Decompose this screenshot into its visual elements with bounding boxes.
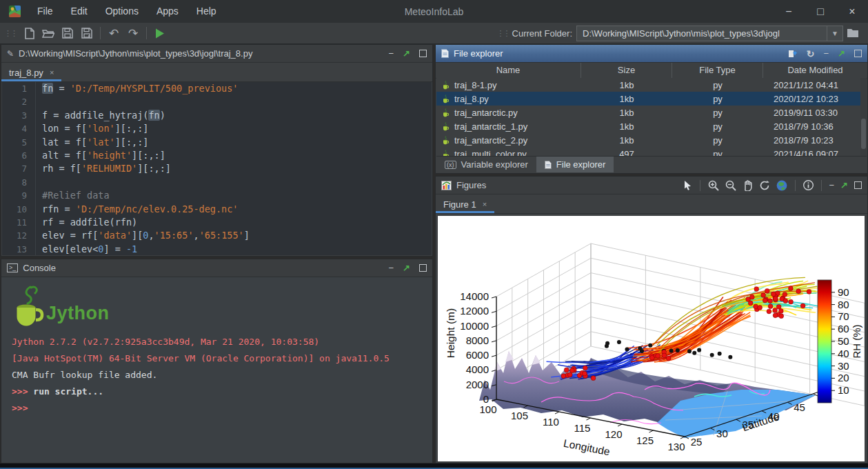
code-line[interactable]: 10rfn = 'D:/Temp/nc/elev.0.25-deg.nc' bbox=[2, 203, 432, 216]
tab-label: Variable explorer bbox=[461, 159, 528, 170]
run-script-button[interactable] bbox=[150, 24, 170, 42]
line-number: 10 bbox=[2, 203, 36, 216]
taskbar-edge bbox=[0, 463, 868, 469]
column-header-filetype[interactable]: File Type bbox=[672, 63, 763, 78]
svg-text:45: 45 bbox=[794, 401, 805, 413]
figure-canvas[interactable]: 0200040006000800010000120001400010010511… bbox=[438, 216, 865, 461]
editor-tab-traj8[interactable]: traj_8.py × bbox=[1, 63, 61, 81]
tab-file-explorer[interactable]: File explorer bbox=[536, 157, 614, 172]
file-row[interactable]: traj_antarctic_1.py1kbpy2018/7/9 10:36 bbox=[436, 119, 867, 133]
console-minimize-icon[interactable]: − bbox=[389, 263, 394, 272]
tab-variable-explorer[interactable]: (x) Variable explorer bbox=[436, 157, 536, 172]
file-table-scrollbar[interactable] bbox=[860, 78, 867, 157]
figure-1-tab[interactable]: Figure 1 × bbox=[436, 195, 494, 213]
pan-hand-icon[interactable] bbox=[743, 180, 753, 191]
window-minimize-button[interactable]: − bbox=[773, 0, 805, 23]
file-explorer-restore-icon[interactable]: ↗ bbox=[838, 49, 845, 58]
code-line[interactable]: 13elev[elev<0] = -1 bbox=[2, 243, 432, 255]
save-as-button[interactable] bbox=[77, 24, 97, 42]
scrollbar-thumb[interactable] bbox=[861, 119, 866, 149]
python-file-icon bbox=[441, 81, 450, 90]
export-script-icon[interactable] bbox=[788, 49, 798, 59]
browse-folder-button[interactable] bbox=[843, 24, 862, 42]
window-maximize-button[interactable]: □ bbox=[805, 0, 836, 23]
console-restore-icon[interactable]: ↗ bbox=[403, 263, 410, 272]
line-number: 8 bbox=[2, 176, 36, 189]
column-header-size[interactable]: Size bbox=[581, 63, 672, 78]
jython-cup-icon bbox=[12, 286, 45, 328]
figures-maximize-icon[interactable] bbox=[854, 181, 862, 189]
code-line[interactable]: 1fn = 'D:/Temp/HYSPLIT/500_previous' bbox=[2, 82, 432, 95]
zoom-in-icon[interactable] bbox=[708, 180, 719, 191]
file-row[interactable]: traj_antarctic_2.py1kbpy2018/7/9 10:23 bbox=[436, 133, 867, 147]
current-folder-combobox[interactable]: D:\Working\MIScript\Jython\mis\plot_type… bbox=[576, 26, 843, 41]
menu-apps[interactable]: Apps bbox=[148, 0, 188, 23]
code-line[interactable]: 12elev = rf['data'][0,'15:65','65:155'] bbox=[2, 229, 432, 242]
column-header-datemodified[interactable]: Date Modified bbox=[763, 63, 867, 78]
line-number: 5 bbox=[2, 136, 36, 149]
editor-panel-header: ✎ D:\Working\MIScript\Jython\mis\plot_ty… bbox=[1, 45, 432, 63]
redo-button[interactable]: ↷ bbox=[123, 24, 143, 42]
file-row[interactable]: traj_8-1.py1kbpy2021/1/12 04:41 bbox=[436, 78, 867, 92]
undo-button[interactable]: ↶ bbox=[104, 24, 123, 42]
code-line[interactable]: 2 bbox=[2, 95, 432, 108]
figures-minimize-icon[interactable]: − bbox=[829, 181, 835, 190]
code-line[interactable]: 8 bbox=[2, 176, 432, 189]
editor-panel: ✎ D:\Working\MIScript\Jython\mis\plot_ty… bbox=[1, 44, 433, 257]
code-line[interactable]: 6alt = f['height'][:,:] bbox=[2, 149, 432, 162]
tab-close-icon[interactable]: × bbox=[50, 68, 54, 77]
python-file-icon bbox=[441, 122, 450, 131]
open-file-button[interactable] bbox=[39, 24, 58, 42]
folder-toolbar-drag-handle[interactable]: ⋮⋮ bbox=[497, 30, 509, 37]
menu-edit[interactable]: Edit bbox=[62, 0, 97, 23]
code-line[interactable]: 11rf = addfile(rfn) bbox=[2, 216, 432, 229]
svg-text:6000: 6000 bbox=[466, 349, 489, 361]
main-toolbar: ⋮⋮ ↶ ↷ ⋮⋮ Current Folder: D:\Working\MIS… bbox=[0, 23, 868, 44]
console-output[interactable]: Jython Jython 2.7.2 (v2.7.2:925a3cc3b49d… bbox=[2, 277, 432, 462]
editor-tab-bar: traj_8.py × bbox=[1, 63, 432, 82]
file-row[interactable]: traj_multi_color.py497py2021/4/16 09:07 bbox=[436, 147, 867, 157]
toolbar-drag-handle[interactable]: ⋮⋮ bbox=[4, 30, 17, 37]
code-editor[interactable]: 1fn = 'D:/Temp/HYSPLIT/500_previous'23f … bbox=[2, 82, 432, 255]
editor-maximize-icon[interactable] bbox=[419, 50, 427, 57]
code-line[interactable]: 9#Relief data bbox=[2, 189, 432, 202]
code-line[interactable]: 7rh = f['RELHUMID'][:,:] bbox=[2, 162, 432, 175]
panel-splitter[interactable] bbox=[433, 44, 435, 463]
info-icon[interactable] bbox=[803, 180, 814, 190]
svg-text:105: 105 bbox=[511, 410, 528, 421]
file-row[interactable]: traj_antarctic.py1kbpy2019/9/11 03:30 bbox=[436, 106, 867, 119]
refresh-icon[interactable]: ↻ bbox=[807, 48, 815, 59]
menu-options[interactable]: Options bbox=[97, 0, 148, 23]
python-file-icon bbox=[441, 94, 450, 103]
svg-text:4000: 4000 bbox=[466, 363, 489, 375]
svg-text:12000: 12000 bbox=[460, 305, 489, 317]
menu-file[interactable]: File bbox=[28, 0, 62, 23]
current-folder-path[interactable]: D:\Working\MIScript\Jython\mis\plot_type… bbox=[577, 28, 827, 39]
editor-minimize-icon[interactable]: − bbox=[389, 49, 394, 58]
file-explorer-minimize-icon[interactable]: − bbox=[824, 49, 829, 58]
svg-text:10000: 10000 bbox=[460, 320, 489, 332]
menu-help[interactable]: Help bbox=[188, 0, 225, 23]
code-line[interactable]: 5lat = f['lat'][:,:] bbox=[2, 136, 432, 149]
figures-restore-icon[interactable]: ↗ bbox=[840, 181, 848, 190]
tab-close-icon[interactable]: × bbox=[483, 200, 487, 208]
code-line[interactable]: 3f = addfile_hytraj(fn) bbox=[2, 109, 432, 122]
save-button[interactable] bbox=[58, 24, 77, 42]
globe-icon[interactable] bbox=[776, 180, 787, 191]
line-number: 6 bbox=[2, 149, 36, 162]
console-maximize-icon[interactable] bbox=[419, 264, 427, 272]
zoom-out-icon[interactable] bbox=[725, 180, 736, 191]
rotate-icon[interactable] bbox=[759, 180, 770, 191]
editor-restore-icon[interactable]: ↗ bbox=[403, 49, 410, 58]
file-row[interactable]: traj_8.py1kbpy2020/12/2 10:23 bbox=[436, 92, 867, 106]
chevron-down-icon[interactable]: ▼ bbox=[827, 26, 842, 41]
pointer-icon[interactable] bbox=[683, 180, 692, 190]
column-header-name[interactable]: Name bbox=[436, 63, 581, 78]
file-explorer-panel: File explorer ↻ − ↗ Name Size File Type … bbox=[435, 44, 868, 174]
window-close-button[interactable]: × bbox=[836, 0, 868, 23]
svg-text:100: 100 bbox=[479, 403, 496, 415]
code-line[interactable]: 4lon = f['lon'][:,:] bbox=[2, 122, 432, 135]
line-number: 13 bbox=[2, 243, 36, 255]
file-explorer-maximize-icon[interactable] bbox=[854, 50, 862, 57]
new-script-button[interactable] bbox=[19, 24, 39, 42]
